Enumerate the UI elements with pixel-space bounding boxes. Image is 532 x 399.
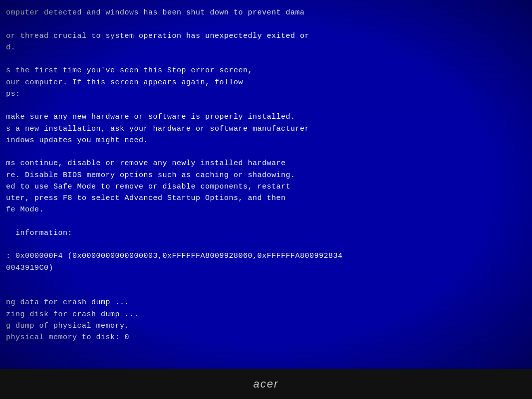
bsod-content: omputer detected and windows has been sh… [0,4,532,346]
acer-logo: acer [254,378,279,391]
monitor-bottom-bar: acer [0,369,532,399]
bsod-screen: omputer detected and windows has been sh… [0,0,532,369]
